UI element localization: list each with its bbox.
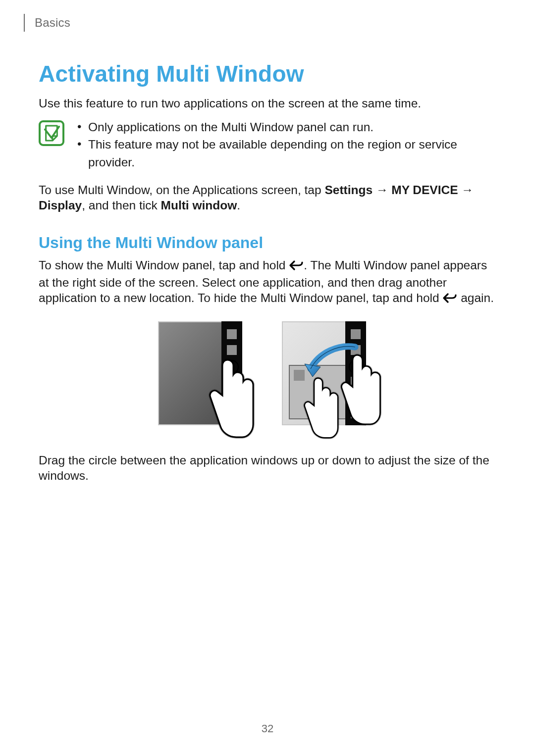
settings-label: Settings [324, 183, 373, 197]
figure-row [39, 321, 496, 437]
chapter-label: Basics [35, 16, 70, 30]
panel-slot [351, 329, 361, 339]
header-divider [24, 14, 25, 32]
note-item: This feature may not be available depend… [74, 136, 496, 171]
multiwindow-label: Multi window [161, 199, 237, 212]
figure-tap-panel [158, 321, 253, 437]
drag-hint-text: Drag the circle between the application … [39, 453, 496, 483]
back-icon [442, 292, 457, 308]
mydevice-label: MY DEVICE [391, 183, 458, 197]
note-list: Only applications on the Multi Window pa… [74, 118, 496, 171]
text: To use Multi Window, on the Applications… [39, 183, 324, 197]
hand-icon [208, 357, 255, 442]
text: . [237, 199, 240, 212]
prerequisite-text: To use Multi Window, on the Applications… [39, 183, 496, 213]
arrow-icon: → [458, 183, 474, 197]
panel-slot [227, 345, 237, 355]
back-icon [289, 259, 304, 275]
hand-icon [302, 376, 340, 442]
manual-page: Basics Activating Multi Window Use this … [0, 0, 535, 756]
panel-slot [227, 329, 237, 339]
figure-drag-app [282, 321, 377, 437]
text: , and then tick [82, 199, 160, 212]
text: To show the Multi Window panel, tap and … [39, 258, 289, 272]
note-icon [39, 120, 64, 146]
panel-instructions: To show the Multi Window panel, tap and … [39, 258, 496, 307]
arrow-icon: → [373, 183, 391, 197]
note-item: Only applications on the Multi Window pa… [74, 118, 496, 136]
page-header: Basics [39, 14, 496, 32]
note-block: Only applications on the Multi Window pa… [39, 118, 496, 171]
page-title: Activating Multi Window [39, 60, 496, 87]
page-number: 32 [0, 722, 535, 735]
display-label: Display [39, 199, 82, 212]
intro-text: Use this feature to run two applications… [39, 96, 496, 111]
text: again. [457, 291, 494, 304]
hand-icon [339, 350, 382, 431]
subheading: Using the Multi Window panel [39, 234, 496, 252]
